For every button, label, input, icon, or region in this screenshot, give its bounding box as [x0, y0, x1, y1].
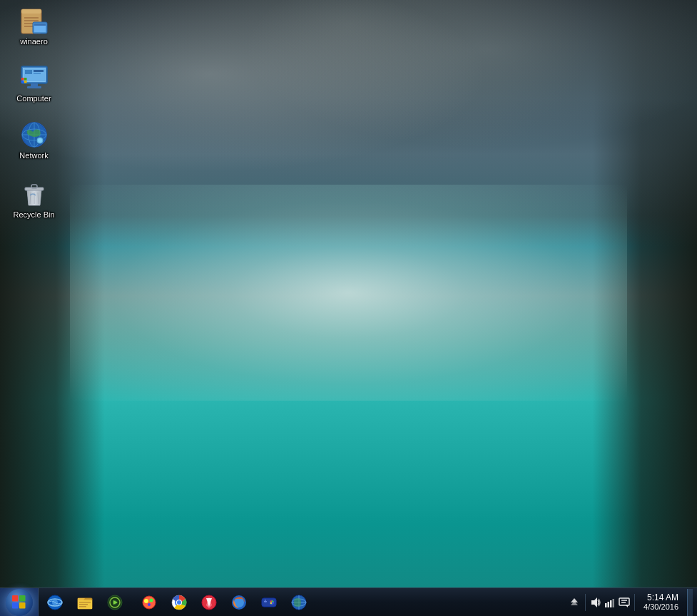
tray-volume-icon[interactable]	[590, 597, 601, 608]
tray-separator-2	[634, 594, 635, 611]
svg-rect-35	[19, 595, 26, 602]
svg-point-28	[38, 138, 42, 143]
svg-point-52	[150, 598, 153, 602]
taskbar-network-globe-button[interactable]	[285, 590, 313, 615]
taskbar-pinned	[39, 588, 131, 617]
svg-rect-30	[31, 185, 37, 188]
desktop-icon-network[interactable]: Network	[7, 118, 61, 163]
svg-rect-17	[21, 78, 24, 81]
taskbar-firefox-button[interactable]	[225, 590, 253, 615]
svg-rect-37	[19, 602, 26, 609]
clock-time: 5:14 AM	[647, 592, 678, 602]
svg-rect-16	[27, 86, 41, 88]
svg-point-66	[272, 600, 273, 602]
taskbar: 5:14 AM 4/30/2016	[0, 587, 697, 616]
show-desktop-button[interactable]	[687, 589, 693, 616]
taskbar-chrome-button[interactable]	[165, 590, 193, 615]
svg-rect-44	[79, 604, 88, 605]
network-icon	[20, 120, 49, 149]
taskbar-games-button[interactable]	[255, 590, 283, 615]
svg-rect-34	[12, 595, 19, 602]
svg-point-51	[144, 599, 148, 603]
svg-rect-64	[265, 600, 266, 602]
tray-action-center-icon[interactable]	[619, 597, 630, 608]
svg-rect-8	[34, 24, 46, 26]
svg-point-53	[148, 603, 151, 606]
clock-date: 4/30/2016	[643, 602, 678, 612]
desktop-icon-computer[interactable]: Computer	[7, 61, 61, 106]
mist	[70, 185, 628, 400]
taskbar-explorer-button[interactable]	[71, 590, 99, 615]
system-tray: 5:14 AM 4/30/2016	[565, 588, 697, 617]
svg-rect-45	[79, 606, 86, 607]
svg-rect-76	[605, 603, 607, 607]
tray-expand-button[interactable]	[569, 597, 581, 608]
svg-marker-75	[591, 597, 597, 607]
svg-rect-43	[79, 602, 91, 603]
network-label: Network	[19, 151, 48, 160]
svg-rect-14	[34, 73, 41, 74]
recycle-bin-icon	[20, 180, 49, 208]
svg-marker-83	[626, 605, 628, 607]
svg-rect-15	[31, 83, 38, 86]
taskbar-running-apps	[131, 588, 565, 617]
start-button[interactable]	[0, 588, 39, 617]
desktop-icon-recycle-bin[interactable]: Recycle Bin	[7, 177, 61, 222]
tray-separator-1	[585, 594, 586, 611]
desktop-icon-winaero[interactable]: winaero	[7, 4, 61, 49]
winaero-icon	[20, 6, 49, 35]
winaero-label: winaero	[20, 37, 48, 46]
system-clock[interactable]: 5:14 AM 4/30/2016	[639, 592, 683, 612]
start-orb	[6, 589, 33, 616]
svg-point-68	[272, 602, 273, 603]
taskbar-media-button[interactable]	[101, 590, 129, 615]
svg-rect-77	[608, 602, 610, 607]
svg-rect-80	[619, 598, 629, 605]
computer-label: Computer	[16, 94, 51, 103]
svg-point-57	[177, 600, 181, 605]
taskbar-ie-button[interactable]	[41, 590, 69, 615]
svg-rect-13	[34, 70, 44, 72]
svg-point-50	[143, 596, 156, 609]
svg-rect-36	[12, 602, 19, 609]
svg-rect-12	[25, 70, 32, 74]
svg-rect-19	[21, 81, 24, 83]
svg-rect-18	[24, 78, 27, 81]
svg-rect-1	[21, 9, 41, 14]
taskbar-party-button[interactable]	[135, 590, 163, 615]
recycle-bin-label: Recycle Bin	[13, 210, 54, 220]
svg-rect-20	[24, 81, 27, 83]
taskbar-vivaldi-button[interactable]	[195, 590, 223, 615]
desktop: winaero	[0, 0, 697, 616]
tray-network-icon[interactable]	[604, 597, 616, 608]
svg-rect-78	[610, 600, 612, 607]
svg-rect-79	[613, 599, 615, 607]
computer-icon	[20, 63, 49, 92]
